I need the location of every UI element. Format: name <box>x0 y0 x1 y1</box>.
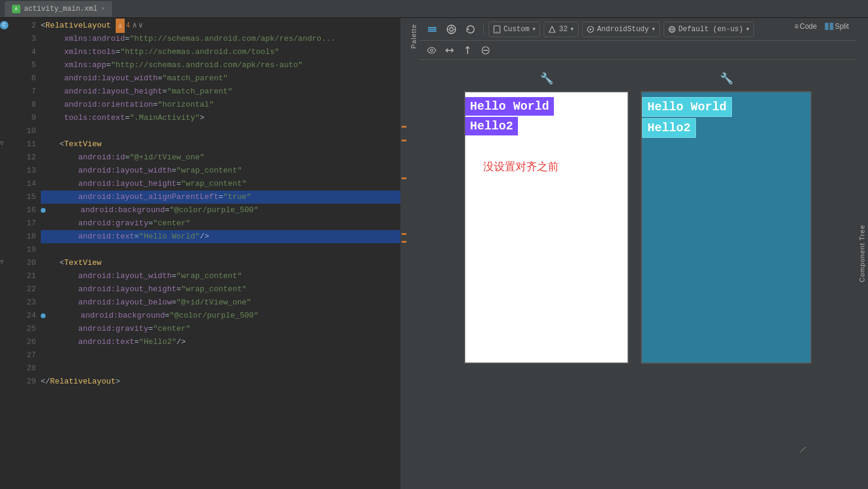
code-lines[interactable]: <RelativeLayout ⚠ 4 ∧ ∨ xmlns:android="h… <box>41 18 408 489</box>
code-line-14: android:layout_height="wrap_content" <box>41 177 408 191</box>
code-line-8: android:orientation="horizontal" <box>41 98 408 111</box>
main-container: C ▽ <box>0 18 868 489</box>
scroll-marker-4 <box>402 233 406 235</box>
scroll-markers <box>400 18 408 489</box>
view-mode-buttons: ≡ Code Split <box>792 20 851 32</box>
no-entry-button[interactable] <box>478 44 493 56</box>
svg-marker-11 <box>549 26 555 32</box>
preview-toolbar: Custom ▾ 32 ▾ AndroidStudy ▾ <box>420 18 856 41</box>
ln-18: 18 <box>17 230 36 243</box>
code-line-25: android:gravity="center" <box>41 322 408 336</box>
ln-26: 26 <box>17 336 36 349</box>
hello-world-right: Hello World <box>642 97 732 117</box>
ln-11: 11 <box>17 138 36 151</box>
collapse-arrow[interactable]: ∨ <box>138 19 143 32</box>
code-line-6: android:layout_width="match_parent" <box>41 72 408 85</box>
code-line-21: android:layout_width="wrap_content" <box>41 270 408 283</box>
code-line-28 <box>41 362 408 375</box>
ln-6: 6 <box>17 72 36 85</box>
hello2-right: Hello2 <box>642 118 696 138</box>
locale-dropdown[interactable]: Default (en-us) ▾ <box>664 22 754 37</box>
svg-point-17 <box>430 49 433 52</box>
ln-2: 2 <box>17 19 36 32</box>
ln-4: 4 <box>17 46 36 59</box>
svg-rect-22 <box>825 23 828 30</box>
toolbar-divider-1 <box>483 23 484 35</box>
device-dropdown[interactable]: Custom ▾ <box>489 22 540 37</box>
code-editor: C ▽ <box>0 18 408 489</box>
code-line-5: xmlns:app="http://schemas.android.com/ap… <box>41 59 408 72</box>
ln-23: 23 <box>17 296 36 309</box>
ln-12: 12 <box>17 151 36 164</box>
code-line-29: </RelativeLayout> <box>41 375 408 388</box>
svg-rect-23 <box>830 23 833 30</box>
device-label: Custom <box>504 25 529 34</box>
palette-label: Palette <box>410 24 417 49</box>
split-view-button[interactable]: Split <box>822 20 851 32</box>
scroll-marker-5 <box>402 241 406 243</box>
left-panel-content: Hello World Hello2 <box>465 92 628 135</box>
project-label: AndroidStudy <box>597 25 649 34</box>
ln-5: 5 <box>17 59 36 72</box>
expand-arrow[interactable]: ∧ <box>132 19 137 32</box>
ln-28: 28 <box>17 362 36 375</box>
ln-21: 21 <box>17 270 36 283</box>
ln-8: 8 <box>17 98 36 111</box>
resize-handle[interactable]: ⟋ <box>797 443 808 456</box>
ln-7: 7 <box>17 85 36 98</box>
arrows-lr-button[interactable] <box>442 44 457 56</box>
class-icon: C <box>0 21 8 29</box>
svg-rect-2 <box>428 31 436 32</box>
gutter: C ▽ <box>0 18 17 489</box>
layers-button[interactable] <box>424 23 440 36</box>
activity-main-tab[interactable]: A activity_main.xml × <box>5 1 112 17</box>
ln-13: 13 <box>17 164 36 177</box>
right-preview-panel: 🔧 Hello World Hello2 <box>641 72 812 364</box>
ln-16: 16 <box>17 204 36 217</box>
scroll-marker-1 <box>402 126 406 128</box>
code-text-2: < <box>41 19 46 32</box>
locale-dropdown-arrow: ▾ <box>746 25 750 34</box>
arrow-up-button[interactable] <box>460 44 475 56</box>
code-view-label: Code <box>800 22 817 31</box>
code-line-10 <box>41 125 408 138</box>
code-view-button[interactable]: ≡ Code <box>792 20 819 32</box>
tab-filename: activity_main.xml <box>24 5 97 13</box>
code-line-9: tools:context=".MainActivity"> <box>41 111 408 125</box>
locale-label: Default (en-us) <box>679 25 743 34</box>
component-tree-label: Component Tree <box>858 225 866 282</box>
code-line-2: <RelativeLayout ⚠ 4 ∧ ∨ <box>41 19 408 32</box>
ln-3: 3 <box>17 32 36 46</box>
size-dropdown[interactable]: 32 ▾ <box>544 22 578 37</box>
code-line-27 <box>41 349 408 362</box>
fold-arrow-11[interactable]: ▽ <box>0 140 4 147</box>
blueprint-button[interactable] <box>444 23 459 36</box>
code-line-24: android:background="@color/purple_500" <box>41 309 408 322</box>
svg-point-4 <box>450 28 453 31</box>
svg-point-10 <box>496 31 498 32</box>
project-dropdown-arrow: ▾ <box>652 25 656 34</box>
ln-27: 27 <box>17 349 36 362</box>
tab-close-icon[interactable]: × <box>101 5 105 13</box>
ln-14: 14 <box>17 177 36 191</box>
code-line-13: android:layout_width="wrap_content" <box>41 164 408 177</box>
svg-point-13 <box>590 28 592 30</box>
code-line-18: android:text="Hello World"/> <box>41 230 408 243</box>
warning-badge: ⚠ <box>116 19 125 33</box>
refresh-button[interactable] <box>463 23 478 36</box>
ln-19: 19 <box>17 243 36 256</box>
fold-arrow-20[interactable]: ▽ <box>0 258 4 265</box>
code-line-22: android:layout_height="wrap_content" <box>41 283 408 296</box>
line-numbers: 2 3 4 5 6 7 8 9 10 11 12 13 14 15 16 17 … <box>17 18 41 489</box>
ln-22: 22 <box>17 283 36 296</box>
eye-button[interactable] <box>424 44 439 56</box>
component-tree-sidebar: Component Tree <box>856 18 868 489</box>
scroll-marker-3 <box>402 177 406 179</box>
code-line-19 <box>41 243 408 256</box>
project-dropdown[interactable]: AndroidStudy ▾ <box>582 22 660 37</box>
warning-count: 4 <box>126 19 130 32</box>
xml-file-icon: A <box>12 5 20 13</box>
size-label: 32 <box>559 25 567 34</box>
hello2-left: Hello2 <box>465 117 518 135</box>
ln-9: 9 <box>17 111 36 125</box>
